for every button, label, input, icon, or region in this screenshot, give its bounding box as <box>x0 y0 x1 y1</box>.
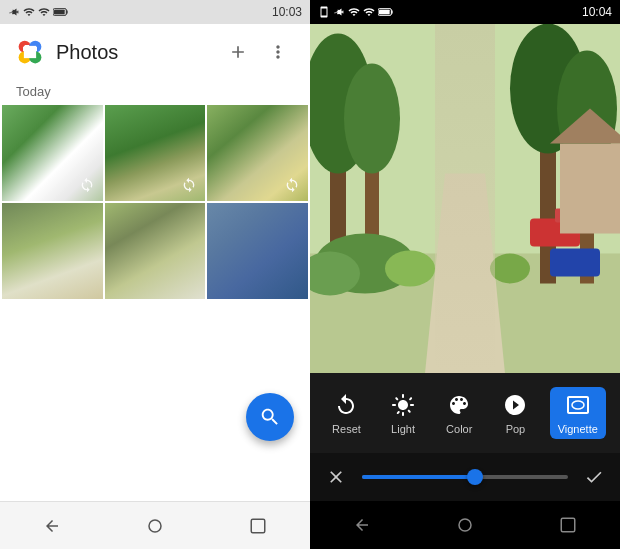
right-bottom-nav <box>310 501 620 549</box>
light-label: Light <box>391 423 415 435</box>
status-bar-left: 10:03 <box>0 0 310 24</box>
wifi-icon-right <box>363 6 375 18</box>
confirm-edit-button[interactable] <box>584 467 604 487</box>
svg-rect-2 <box>54 10 65 15</box>
svg-rect-39 <box>562 518 576 532</box>
svg-point-23 <box>344 64 400 174</box>
photo-cell-6[interactable] <box>207 203 308 299</box>
right-time: 10:04 <box>582 5 612 19</box>
left-bottom-nav <box>0 501 310 549</box>
today-label: Today <box>0 80 310 105</box>
status-icons-right <box>318 6 394 18</box>
more-options-button[interactable] <box>262 36 294 68</box>
bluetooth-icon <box>8 6 20 18</box>
svg-point-12 <box>149 520 161 532</box>
editor-photo-view <box>310 24 620 373</box>
header-actions <box>222 36 294 68</box>
svg-rect-15 <box>391 10 392 13</box>
home-button-left[interactable] <box>135 506 175 546</box>
recents-button-right[interactable] <box>548 505 588 545</box>
search-fab-button[interactable] <box>246 393 294 441</box>
color-label: Color <box>446 423 472 435</box>
svg-marker-19 <box>425 174 505 374</box>
photo-grid <box>0 105 310 299</box>
wifi-icon <box>38 6 50 18</box>
photo-cell-1[interactable] <box>2 105 103 201</box>
screenshot-icon <box>318 6 330 18</box>
photo-cell-2[interactable] <box>105 105 206 201</box>
photos-logo-icon <box>16 38 44 66</box>
reset-label: Reset <box>332 423 361 435</box>
svg-point-36 <box>490 254 530 284</box>
svg-rect-33 <box>560 144 620 234</box>
reset-icon <box>332 391 360 419</box>
editor-photo-svg <box>310 24 620 373</box>
photos-header: Photos <box>0 24 310 80</box>
tool-pop[interactable]: Pop <box>493 387 537 439</box>
signal-icon-right <box>348 6 360 18</box>
cancel-edit-button[interactable] <box>326 467 346 487</box>
photo-cell-5[interactable] <box>105 203 206 299</box>
home-button-right[interactable] <box>445 505 485 545</box>
editor-panel: 10:04 <box>310 0 620 549</box>
add-button[interactable] <box>222 36 254 68</box>
status-bar-right: 10:04 <box>310 0 620 24</box>
battery-icon-right <box>378 7 394 17</box>
app-title: Photos <box>56 41 210 64</box>
tool-color[interactable]: Color <box>437 387 481 439</box>
svg-point-35 <box>385 251 435 287</box>
svg-rect-11 <box>24 46 36 58</box>
left-time: 10:03 <box>272 5 302 19</box>
signal-icon <box>23 6 35 18</box>
light-icon <box>389 391 417 419</box>
sync-icon-1 <box>77 175 97 195</box>
sync-icon-3 <box>282 175 302 195</box>
svg-point-37 <box>572 401 584 409</box>
photo-cell-3[interactable] <box>207 105 308 201</box>
pop-label: Pop <box>506 423 526 435</box>
battery-icon <box>53 7 69 17</box>
vignette-icon <box>564 391 592 419</box>
vignette-label: Vignette <box>558 423 598 435</box>
back-button-left[interactable] <box>32 506 72 546</box>
pop-icon <box>501 391 529 419</box>
tool-vignette[interactable]: Vignette <box>550 387 606 439</box>
editor-slider-bar <box>310 453 620 501</box>
status-icons-left <box>8 6 69 18</box>
editor-tools-bar: Reset Light Color Pop Vi <box>310 373 620 453</box>
color-icon <box>445 391 473 419</box>
adjustment-slider[interactable] <box>362 475 568 479</box>
svg-rect-32 <box>550 249 600 277</box>
photos-panel: 10:03 Photos Today <box>0 0 310 549</box>
tool-light[interactable]: Light <box>381 387 425 439</box>
photos-content <box>0 105 310 501</box>
back-button-right[interactable] <box>342 505 382 545</box>
photo-cell-4[interactable] <box>2 203 103 299</box>
bluetooth-icon-right <box>333 6 345 18</box>
svg-rect-13 <box>252 519 266 533</box>
tool-reset[interactable]: Reset <box>324 387 369 439</box>
svg-point-38 <box>459 519 471 531</box>
sync-icon-2 <box>179 175 199 195</box>
svg-rect-1 <box>66 10 67 13</box>
recents-button-left[interactable] <box>238 506 278 546</box>
svg-rect-16 <box>379 10 390 15</box>
